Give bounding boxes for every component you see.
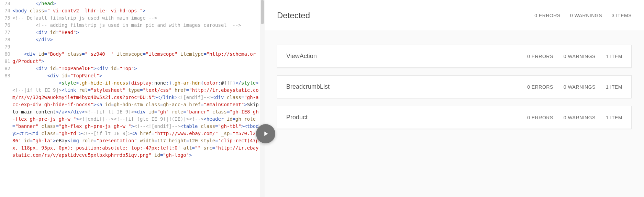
summary-errors: 0 ERRORS [534,13,560,18]
line-number: 76 [0,22,10,29]
line-number: 78 [0,36,10,43]
result-warnings: 0 WARNINGS [564,54,596,59]
line-number: 73 [0,0,10,7]
app-split: 7374757677787980818283 </head><body clas… [0,0,644,197]
code-line: <div id="TopPanelDF"><div id="Top"> [12,65,260,72]
play-icon [262,130,269,138]
results-title: Detected [277,11,310,20]
code-line: <div id="Head"> [12,29,260,36]
code-line: </div> [12,36,260,43]
result-items: 1 ITEM [606,54,622,59]
code-line: <!-- adding filmstrip js used in main pi… [12,22,260,29]
code-line: <body class=" vi-contv2 lhdr-ie- vi-hd-o… [12,7,260,14]
line-number: 75 [0,14,10,22]
result-name: BreadcrumbList [286,83,330,90]
code-content[interactable]: </head><body class=" vi-contv2 lhdr-ie- … [12,0,265,197]
result-stats: 0 ERRORS0 WARNINGS1 ITEM [527,115,622,120]
result-name: ViewAction [286,53,317,60]
result-card[interactable]: Product0 ERRORS0 WARNINGS1 ITEM [277,106,632,129]
result-errors: 0 ERRORS [527,54,553,59]
run-button[interactable] [256,124,275,143]
scroll-thumb[interactable] [261,0,264,24]
line-number: 79 [0,43,10,51]
result-errors: 0 ERRORS [527,115,553,120]
result-stats: 0 ERRORS0 WARNINGS1 ITEM [527,54,622,59]
line-gutter: 7374757677787980818283 [0,0,12,197]
code-line: <div id="TopPanel"> [12,72,260,79]
result-stats: 0 ERRORS0 WARNINGS1 ITEM [527,84,622,90]
code-editor[interactable]: 7374757677787980818283 </head><body clas… [0,0,265,197]
vertical-scrollbar[interactable] [260,0,265,197]
code-line: <style>.gh-hide-if-nocss{display:none;}.… [12,79,260,159]
result-warnings: 0 WARNINGS [564,84,596,90]
result-card[interactable]: ViewAction0 ERRORS0 WARNINGS1 ITEM [277,45,632,68]
result-items: 1 ITEM [606,115,622,120]
code-panel: 7374757677787980818283 </head><body clas… [0,0,265,197]
results-summary: 0 ERRORS 0 WARNINGS 3 ITEMS [534,13,632,18]
line-number: 74 [0,7,10,14]
summary-items: 3 ITEMS [612,13,632,18]
result-warnings: 0 WARNINGS [564,115,596,120]
result-errors: 0 ERRORS [527,84,553,90]
result-card[interactable]: BreadcrumbList0 ERRORS0 WARNINGS1 ITEM [277,75,632,98]
line-number: 81 [0,58,10,65]
code-line: <div id="Body" class=" sz940 " itemscope… [12,51,260,65]
results-list: ViewAction0 ERRORS0 WARNINGS1 ITEMBreadc… [265,31,644,129]
result-name: Product [286,114,308,121]
line-number: 83 [0,72,10,79]
summary-warnings: 0 WARNINGS [570,13,602,18]
results-header: Detected 0 ERRORS 0 WARNINGS 3 ITEMS [265,0,644,31]
line-number: 77 [0,29,10,36]
line-number: 82 [0,65,10,72]
code-line [12,43,260,51]
result-items: 1 ITEM [606,84,622,90]
line-number: 80 [0,51,10,58]
code-line: </head> [12,0,260,7]
results-panel: Detected 0 ERRORS 0 WARNINGS 3 ITEMS Vie… [265,0,644,197]
code-line: <!-- Default filmstrip js used with main… [12,14,260,22]
